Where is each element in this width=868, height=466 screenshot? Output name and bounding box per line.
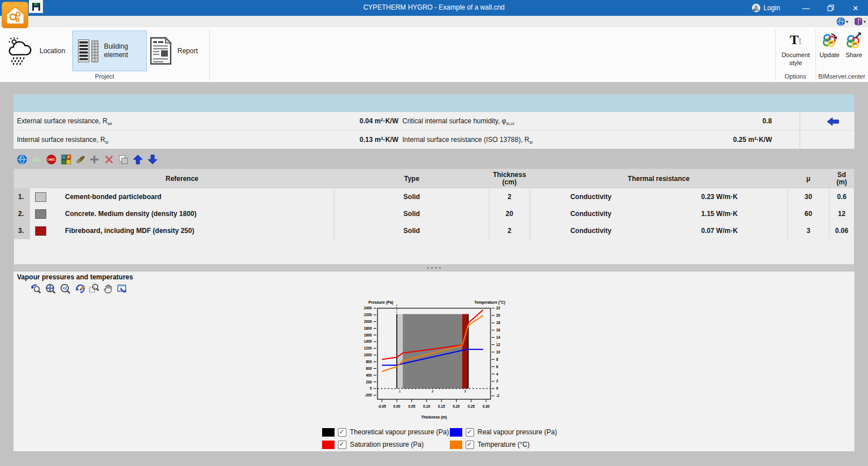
material-library-button[interactable]: [61, 154, 71, 165]
building-element-button[interactable]: Building element: [72, 31, 147, 71]
close-button[interactable]: ✕: [843, 0, 868, 16]
header-thickness[interactable]: Thickness(cm): [489, 169, 530, 188]
external-resistance-value[interactable]: 0.04 m²·K/W: [217, 117, 398, 125]
zoom-window-button[interactable]: [89, 283, 99, 294]
thickness-cell[interactable]: 20: [489, 205, 530, 222]
document-style-button[interactable]: Tt Document style: [778, 32, 814, 72]
type-cell[interactable]: Solid: [334, 205, 489, 222]
wall-layers-icon: [77, 37, 99, 65]
capture-view-button[interactable]: [117, 283, 128, 294]
help-book-button[interactable]: ▾: [854, 16, 866, 27]
svg-text:3: 3: [465, 390, 466, 393]
arrow-up-icon: [133, 154, 143, 165]
location-button[interactable]: Location: [6, 32, 70, 70]
thermal-mode-cell[interactable]: Conductivity: [530, 188, 652, 205]
surface-resistance-panel: External surface resistance, Rse 0.04 m²…: [14, 94, 854, 149]
material-stack-icon: [75, 154, 85, 165]
quick-access-bar: [0, 16, 868, 28]
delete-layer-button[interactable]: [104, 154, 114, 165]
thermal-mode-cell[interactable]: Conductivity: [530, 205, 652, 222]
edit-material-button[interactable]: [75, 154, 85, 165]
header-reference[interactable]: Reference: [30, 169, 334, 188]
sd-cell[interactable]: 12: [829, 205, 854, 222]
type-cell[interactable]: Solid: [334, 188, 489, 205]
zoom-extents-button[interactable]: [45, 283, 56, 294]
material-swatch-cell[interactable]: [30, 188, 51, 205]
sd-cell[interactable]: 0.06: [829, 222, 854, 239]
zoom-previous-button[interactable]: [31, 283, 41, 294]
type-cell[interactable]: Solid: [334, 222, 489, 239]
delete-x-icon: [104, 154, 114, 165]
back-arrow-button[interactable]: [827, 117, 842, 126]
share-button[interactable]: Share: [843, 32, 865, 72]
text-style-icon: Tt: [789, 32, 801, 49]
svg-text:2000: 2000: [364, 320, 372, 323]
copy-layer-button[interactable]: [118, 154, 128, 165]
move-up-button[interactable]: [133, 154, 143, 165]
table-row[interactable]: 1. Cement-bonded particleboard Solid 2 C…: [14, 188, 854, 205]
app-icon[interactable]: [2, 2, 28, 28]
zoom-x2-button[interactable]: ×2: [60, 283, 71, 294]
mu-cell[interactable]: 30: [787, 188, 829, 205]
legend-checkbox[interactable]: ✓: [466, 441, 474, 449]
legend-swatch: [450, 428, 462, 437]
legend-swatch: [450, 441, 462, 449]
material-swatch-cell[interactable]: [30, 222, 51, 239]
header-mu[interactable]: μ: [787, 169, 829, 188]
material-swatch-cell[interactable]: [30, 205, 51, 222]
svg-text:-200: -200: [364, 393, 372, 397]
update-button[interactable]: Update: [818, 32, 841, 72]
iso-resistance-value[interactable]: 0.25 m²·K/W: [579, 136, 772, 144]
maximize-button[interactable]: [818, 0, 843, 16]
legend-checkbox[interactable]: ✓: [338, 441, 346, 449]
login-button[interactable]: Login: [752, 0, 792, 16]
svg-text:0.05: 0.05: [408, 404, 415, 408]
mu-cell[interactable]: 3: [787, 222, 829, 239]
check-icon: ✓: [339, 441, 344, 448]
vapour-pressure-chart[interactable]: 123-200020040060080010001200140016001800…: [355, 298, 519, 425]
thickness-cell[interactable]: 2: [489, 188, 530, 205]
legend-checkbox[interactable]: ✓: [338, 428, 346, 437]
pan-button[interactable]: [103, 283, 114, 294]
header-type[interactable]: Type: [334, 169, 489, 188]
mu-cell[interactable]: 60: [787, 205, 829, 222]
thickness-cell[interactable]: 2: [489, 222, 530, 239]
legend-checkbox[interactable]: ✓: [466, 428, 474, 437]
add-layer-button[interactable]: [89, 154, 99, 165]
thermal-value-cell[interactable]: 0.23 W/m·K: [652, 188, 787, 205]
material-catalogue-globe-button[interactable]: [17, 154, 27, 165]
row-number: 1.: [14, 188, 30, 205]
reference-cell[interactable]: Fibreboard, including MDF (density 250): [51, 222, 334, 239]
svg-text:0.25: 0.25: [468, 404, 475, 408]
row-number: 3.: [14, 222, 30, 239]
move-down-button[interactable]: [147, 154, 158, 165]
close-icon: ✕: [853, 4, 859, 12]
legend-swatch: [322, 428, 335, 437]
table-row[interactable]: 2. Concrete. Medium density (density 180…: [14, 205, 854, 222]
iso-resistance-label: Internal surface resistance (ISO 13788),…: [402, 136, 533, 145]
thermal-value-cell[interactable]: 1.15 W/m·K: [652, 205, 787, 222]
report-button[interactable]: Report: [148, 32, 208, 70]
language-globe-button[interactable]: ▾: [836, 16, 848, 27]
layers-table: Reference Type Thickness(cm) Thermal res…: [14, 169, 854, 265]
critical-humidity-value[interactable]: 0.8: [579, 117, 772, 125]
location-label: Location: [40, 47, 65, 55]
reference-cell[interactable]: Cement-bonded particleboard: [51, 188, 334, 205]
sd-cell[interactable]: 0.6: [829, 188, 854, 205]
header-sd[interactable]: Sd(m): [829, 169, 854, 188]
legend-label: Saturation pressure (Pa): [350, 441, 424, 448]
svg-text:800: 800: [366, 360, 372, 364]
thermal-mode-cell[interactable]: Conductivity: [530, 222, 652, 239]
check-icon: ✓: [467, 441, 472, 448]
header-thermal-resistance[interactable]: Thermal resistance: [530, 169, 787, 188]
internal-resistance-value[interactable]: 0.13 m²·K/W: [217, 136, 398, 144]
table-row[interactable]: 3. Fibreboard, including MDF (density 25…: [14, 222, 854, 239]
thermal-value-cell[interactable]: 0.07 W/m·K: [652, 222, 787, 239]
lnec-icon: LNEC: [46, 154, 57, 165]
reference-cell[interactable]: Concrete. Medium density (density 1800): [51, 205, 334, 222]
svg-text:2200: 2200: [364, 313, 372, 317]
horizontal-splitter[interactable]: [14, 265, 854, 270]
lnec-database-button[interactable]: LNEC: [46, 154, 57, 165]
minimize-button[interactable]: —: [793, 0, 818, 16]
redraw-button[interactable]: [75, 283, 85, 294]
